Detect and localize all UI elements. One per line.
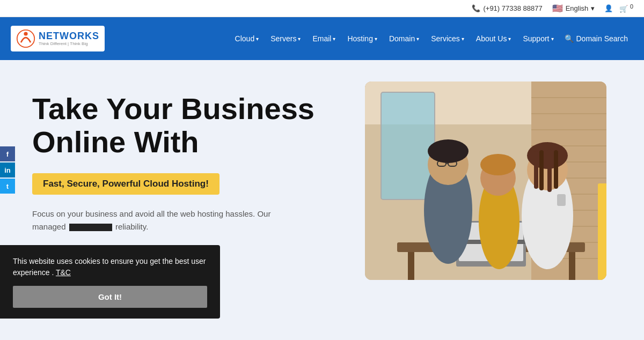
nav-link-email[interactable]: Email ▾ — [307, 30, 341, 47]
caret-icon: ▾ — [298, 36, 301, 42]
dropdown-icon: ▾ — [591, 4, 595, 12]
nav-item-cloud[interactable]: Cloud ▾ — [230, 30, 265, 47]
svg-rect-40 — [557, 194, 566, 206]
nav-item-support[interactable]: Support ▾ — [517, 30, 559, 47]
svg-point-29 — [428, 139, 469, 163]
user-icon[interactable]: 👤 — [604, 4, 613, 12]
nav-link-servers[interactable]: Servers ▾ — [265, 30, 306, 47]
nav-link-about[interactable]: About Us ▾ — [471, 30, 517, 47]
cookie-banner: This website uses cookies to ensure you … — [0, 245, 220, 319]
nav-link-support[interactable]: Support ▾ — [517, 30, 559, 47]
nav-links: Cloud ▾ Servers ▾ Email ▾ Hosting ▾ Doma… — [230, 30, 559, 47]
caret-icon: ▾ — [416, 36, 419, 42]
nav-link-domain[interactable]: Domain ▾ — [384, 30, 425, 47]
hero-title-line2: Online With — [32, 125, 199, 159]
topbar-icons: 👤 🛒 0 — [604, 3, 633, 13]
cookie-message: This website uses cookies to ensure you … — [13, 257, 206, 277]
nav-link-services[interactable]: Services ▾ — [426, 30, 470, 47]
cookie-accept-button[interactable]: Got It! — [13, 286, 207, 308]
phone-icon: 📞 — [472, 4, 480, 12]
svg-rect-39 — [554, 150, 558, 189]
cart-count: 0 — [630, 3, 633, 10]
phone-info: 📞 (+91) 77338 88877 — [472, 4, 542, 12]
logo-box[interactable]: NETWORKS Think Different | Think Big — [11, 26, 105, 51]
caret-icon: ▾ — [551, 36, 554, 42]
topbar: 📞 (+91) 77338 88877 🇺🇸 English ▾ 👤 🛒 0 — [0, 0, 644, 17]
language-label: English — [566, 4, 589, 12]
caret-icon: ▾ — [256, 36, 259, 42]
domain-search-button[interactable]: 🔍 Domain Search — [559, 30, 634, 47]
caret-icon: ▾ — [375, 36, 377, 42]
hero-badge: Fast, Secure, Powerful Cloud Hosting! — [32, 173, 219, 195]
nav-item-servers[interactable]: Servers ▾ — [265, 30, 306, 47]
logo-area: NETWORKS Think Different | Think Big — [11, 26, 105, 51]
hero-description: Focus on your business and avoid all the… — [32, 208, 290, 233]
logo-name: NETWORKS — [39, 31, 99, 42]
svg-rect-4 — [381, 92, 435, 199]
svg-rect-36 — [534, 151, 538, 189]
search-icon: 🔍 — [565, 34, 574, 43]
svg-rect-19 — [408, 252, 414, 280]
flag-icon: 🇺🇸 — [552, 3, 563, 13]
logo-icon — [16, 29, 35, 48]
hero-image — [365, 82, 606, 280]
svg-rect-37 — [539, 150, 544, 190]
facebook-link[interactable]: f — [0, 146, 15, 161]
twitter-link[interactable]: t — [0, 179, 15, 194]
domain-search-label: Domain Search — [576, 34, 628, 43]
nav-item-email[interactable]: Email ▾ — [307, 30, 341, 47]
cart-icon[interactable]: 🛒 0 — [619, 3, 633, 13]
hero-title: Take Your Business Online With — [32, 92, 314, 158]
logo-tagline: Think Different | Think Big — [39, 42, 99, 47]
language-selector[interactable]: 🇺🇸 English ▾ — [552, 3, 595, 13]
nav-item-about[interactable]: About Us ▾ — [471, 30, 517, 47]
linkedin-link[interactable]: in — [0, 162, 15, 178]
nav-item-hosting[interactable]: Hosting ▾ — [342, 30, 382, 47]
nav-link-hosting[interactable]: Hosting ▾ — [342, 30, 382, 47]
svg-point-1 — [24, 32, 27, 35]
cookie-text: This website uses cookies to ensure you … — [13, 256, 207, 278]
nav-item-services[interactable]: Services ▾ — [426, 30, 470, 47]
svg-rect-20 — [569, 252, 575, 280]
navbar: NETWORKS Think Different | Think Big Clo… — [0, 17, 644, 60]
hero-image-area — [365, 82, 612, 280]
logo-text: NETWORKS Think Different | Think Big — [39, 31, 99, 47]
svg-point-32 — [480, 154, 516, 175]
nav-item-domain[interactable]: Domain ▾ — [384, 30, 425, 47]
caret-icon: ▾ — [333, 36, 335, 42]
office-scene-svg — [365, 82, 606, 280]
phone-number: (+91) 77338 88877 — [483, 4, 542, 12]
nav-link-cloud[interactable]: Cloud ▾ — [230, 30, 265, 47]
caret-icon: ▾ — [462, 36, 464, 42]
svg-rect-38 — [547, 149, 552, 192]
yellow-accent — [598, 183, 606, 280]
hero-title-line1: Take Your Business — [32, 92, 314, 125]
cookie-tc-link[interactable]: T&C — [56, 268, 71, 277]
caret-icon: ▾ — [508, 36, 511, 42]
social-sidebar: f in t — [0, 146, 15, 194]
